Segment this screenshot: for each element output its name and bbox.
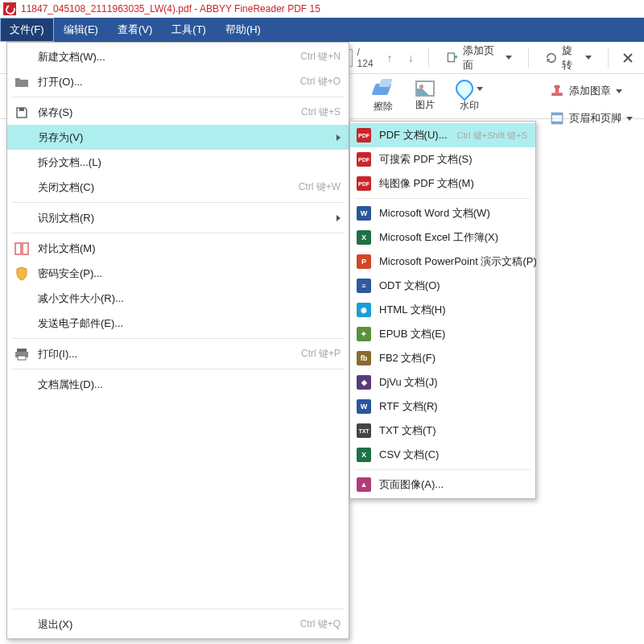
format-icon: P — [357, 254, 371, 269]
chevron-down-icon — [506, 56, 512, 60]
saveas-item[interactable]: XMicrosoft Excel 工作簿(X) — [350, 225, 535, 250]
page-total-label: / 124 — [357, 47, 377, 69]
format-icon: X — [357, 448, 371, 462]
print-icon — [14, 346, 30, 362]
saveas-item[interactable]: PDF纯图像 PDF 文档(M) — [350, 171, 535, 196]
saveas-item-label: Microsoft Word 文档(W) — [379, 206, 527, 221]
format-icon: ◆ — [357, 375, 371, 390]
blank-icon — [14, 316, 30, 332]
svg-rect-11 — [19, 108, 24, 111]
menu-bar: 文件(F) 编辑(E) 查看(V) 工具(T) 帮助(H) — [0, 18, 644, 42]
svg-rect-10 — [551, 122, 563, 124]
saveas-item[interactable]: WRTF 文档(R) — [350, 394, 535, 419]
saveas-item[interactable]: fbFB2 文档(F) — [350, 346, 535, 370]
separator — [528, 48, 529, 68]
right-tools: 添加图章 页眉和页脚 — [543, 80, 639, 129]
eraser-icon — [372, 79, 394, 98]
saveas-item-label: Microsoft PowerPoint 演示文稿(P) — [379, 254, 537, 269]
header-footer-button[interactable]: 页眉和页脚 — [543, 108, 639, 129]
app-icon — [3, 2, 16, 15]
watermark-tool[interactable]: 水印 — [448, 78, 491, 114]
format-icon: ▲ — [357, 477, 371, 492]
watermark-label: 水印 — [460, 99, 479, 113]
watermark-icon — [452, 76, 477, 101]
menu-item-compare[interactable]: 对比文档(M) — [7, 236, 349, 261]
image-tool[interactable]: 图片 — [407, 79, 443, 114]
chevron-down-icon — [585, 56, 592, 60]
saveas-item[interactable]: ◆DjVu 文档(J) — [350, 370, 535, 394]
menu-item-save[interactable]: 保存(S) Ctrl 键+S — [7, 100, 349, 125]
submenu-arrow-icon — [336, 215, 341, 221]
header-footer-label: 页眉和页脚 — [569, 111, 621, 126]
saveas-item[interactable]: PDFPDF 文档(U)...Ctrl 键+Shift 键+S — [350, 123, 535, 147]
blank-icon — [14, 130, 30, 146]
menu-item-close[interactable]: 关闭文档(C) Ctrl 键+W — [7, 175, 349, 200]
menu-item-split[interactable]: 拆分文档...(L) — [7, 150, 349, 175]
separator — [608, 48, 609, 68]
menu-separator — [355, 469, 530, 470]
chevron-down-icon — [616, 89, 622, 93]
svg-point-7 — [554, 85, 560, 89]
saveas-item-label: Microsoft Excel 工作簿(X) — [379, 230, 527, 245]
chevron-down-icon — [477, 87, 483, 91]
blank-icon — [14, 49, 30, 65]
saveas-item-label: TXT 文档(T) — [379, 423, 527, 438]
saveas-item[interactable]: WMicrosoft Word 文档(W) — [350, 201, 535, 225]
page-up-button[interactable]: ↑ — [382, 49, 398, 67]
shield-icon — [14, 266, 30, 282]
menu-separator — [12, 609, 344, 609]
saveas-item[interactable]: ◉HTML 文档(H) — [350, 298, 535, 322]
menu-item-send-email[interactable]: 发送电子邮件(E)... — [7, 311, 349, 336]
saveas-item-label: 纯图像 PDF 文档(M) — [379, 176, 527, 191]
menu-item-recognize[interactable]: 识别文档(R) — [7, 205, 349, 230]
format-icon: X — [357, 230, 371, 245]
page-down-button[interactable]: ↓ — [402, 49, 419, 67]
menu-tools[interactable]: 工具(T) — [162, 18, 216, 42]
menu-item-properties[interactable]: 文档属性(D)... — [7, 372, 349, 397]
menu-item-exit[interactable]: 退出(X) Ctrl 键+Q — [7, 612, 349, 637]
format-icon: ≡ — [357, 279, 371, 293]
blank-icon — [14, 180, 30, 196]
separator — [428, 48, 429, 68]
rotate-button[interactable]: 旋转 — [539, 40, 599, 76]
saveas-item[interactable]: XCSV 文档(C) — [350, 443, 535, 467]
menu-edit[interactable]: 编辑(E) — [54, 18, 108, 42]
saveas-item[interactable]: TXTTXT 文档(T) — [350, 419, 535, 443]
shortcut-label: Ctrl 键+Shift 键+S — [457, 130, 527, 142]
menu-separator — [12, 97, 344, 97]
blank-icon — [14, 291, 30, 307]
saveas-item-label: FB2 文档(F) — [379, 351, 527, 365]
delete-button[interactable] — [618, 48, 638, 68]
saveas-item[interactable]: ✦EPUB 文档(E) — [350, 322, 535, 346]
window-title: 11847_045108_2111963035_LW(4).pdf - ABBY… — [21, 3, 320, 14]
saveas-item[interactable]: PMicrosoft PowerPoint 演示文稿(P) — [350, 250, 535, 274]
menu-item-open[interactable]: 打开(O)... Ctrl 键+O — [7, 69, 349, 94]
menu-item-new[interactable]: 新建文档(W)... Ctrl 键+N — [7, 44, 349, 69]
saveas-item[interactable]: ≡ODT 文档(O) — [350, 274, 535, 298]
svg-rect-9 — [551, 113, 563, 115]
saveas-item[interactable]: ▲页面图像(A)... — [350, 473, 535, 497]
svg-rect-16 — [18, 356, 26, 360]
menu-item-print[interactable]: 打印(I)... Ctrl 键+P — [7, 341, 349, 366]
saveas-item-label: ODT 文档(O) — [379, 279, 527, 293]
saveas-item-label: 可搜索 PDF 文档(S) — [379, 152, 527, 167]
saveas-item[interactable]: PDF可搜索 PDF 文档(S) — [350, 147, 535, 171]
folder-icon — [14, 74, 30, 90]
menu-item-security[interactable]: 密码安全(P)... — [7, 261, 349, 286]
rotate-icon — [545, 51, 558, 65]
svg-rect-0 — [448, 52, 455, 61]
file-menu-dropdown: 新建文档(W)... Ctrl 键+N 打开(O)... Ctrl 键+O 保存… — [6, 42, 349, 639]
stamp-icon — [550, 84, 564, 98]
menu-separator — [355, 198, 530, 199]
erase-tool[interactable]: 擦除 — [364, 77, 402, 115]
menu-item-reduce[interactable]: 减小文件大小(R)... — [7, 286, 349, 311]
menu-item-save-as[interactable]: 另存为(V) — [7, 125, 349, 150]
menu-file[interactable]: 文件(F) — [0, 18, 54, 42]
add-page-button[interactable]: 添加页面 — [439, 40, 518, 76]
menu-view[interactable]: 查看(V) — [108, 18, 162, 42]
saveas-item-label: CSV 文档(C) — [379, 448, 527, 462]
add-stamp-button[interactable]: 添加图章 — [543, 80, 639, 101]
add-page-label: 添加页面 — [463, 43, 500, 72]
menu-help[interactable]: 帮助(H) — [216, 18, 270, 42]
blank-icon — [14, 377, 30, 393]
